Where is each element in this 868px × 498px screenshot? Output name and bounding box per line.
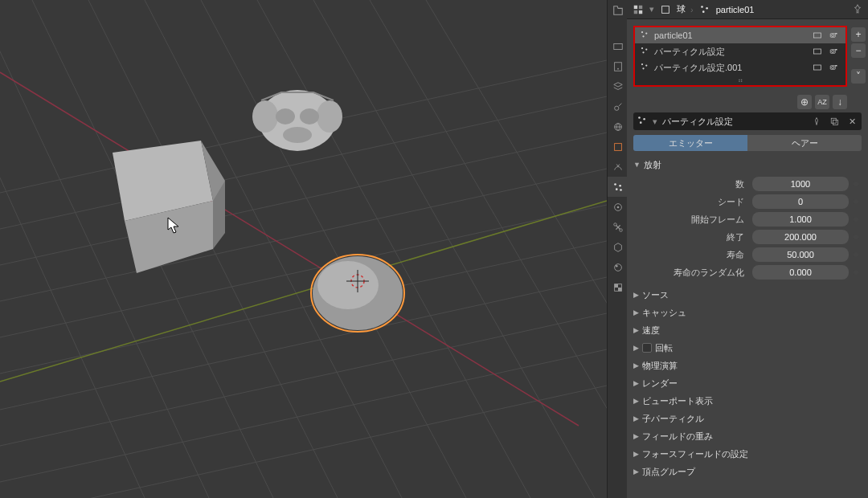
- panel-collapsed[interactable]: ▶レンダー: [627, 374, 868, 392]
- svg-point-27: [252, 100, 278, 133]
- panel-emission[interactable]: ▼ 放射: [627, 156, 868, 173]
- seed-field[interactable]: 0: [752, 194, 849, 209]
- panel-collapsed[interactable]: ▶フィールドの重み: [627, 427, 868, 445]
- mesh-monkey[interactable]: [252, 90, 342, 151]
- list-move-down-button[interactable]: ↓: [833, 95, 847, 109]
- list-specials-button[interactable]: ˅: [851, 69, 866, 84]
- svg-point-64: [702, 10, 705, 13]
- svg-rect-68: [814, 33, 821, 38]
- tab-material-icon[interactable]: [608, 257, 628, 277]
- breadcrumb-particle[interactable]: particle01: [716, 5, 755, 14]
- svg-point-67: [642, 35, 644, 37]
- pin-icon[interactable]: [852, 3, 863, 16]
- tab-hair[interactable]: ヘアー: [747, 135, 862, 151]
- svg-point-47: [620, 189, 622, 191]
- anim-dot[interactable]: [854, 199, 858, 204]
- svg-point-44: [614, 183, 616, 186]
- end-field[interactable]: 200.000: [752, 230, 849, 244]
- breadcrumb-object[interactable]: 球: [677, 3, 686, 15]
- panel-collapsed[interactable]: ▶キャッシュ: [627, 304, 868, 321]
- anim-dot[interactable]: [854, 182, 858, 186]
- panel-collapsed[interactable]: ▶子パーティクル: [627, 410, 868, 427]
- editor-type-icon[interactable]: [632, 3, 645, 16]
- list-sort-button[interactable]: AZ: [815, 95, 829, 109]
- tab-output-icon[interactable]: [608, 56, 628, 76]
- panel-collapsed[interactable]: ▶頂点グループ: [627, 463, 868, 480]
- panel-checkbox[interactable]: [642, 343, 652, 353]
- tab-particles-icon[interactable]: [608, 177, 628, 197]
- display-toggle-icon[interactable]: [810, 28, 825, 43]
- list-remove-button[interactable]: −: [851, 43, 866, 58]
- particle-list-name[interactable]: particle01: [654, 31, 693, 40]
- count-label: 数: [633, 178, 747, 190]
- new-settings-icon[interactable]: [828, 115, 841, 128]
- lifetime-field[interactable]: 50.000: [752, 247, 849, 262]
- fake-user-icon[interactable]: [810, 115, 823, 128]
- tab-modifier-icon[interactable]: [608, 157, 628, 177]
- panel-collapsed[interactable]: ▶回転: [627, 339, 868, 357]
- svg-rect-38: [613, 43, 622, 49]
- 3d-viewport[interactable]: [0, 0, 607, 498]
- svg-point-77: [832, 51, 834, 53]
- anim-dot[interactable]: [854, 270, 858, 275]
- tab-physics-icon[interactable]: [608, 197, 628, 217]
- svg-point-65: [641, 31, 643, 33]
- particle-settings-datablock[interactable]: ▾ パーティクル設定 ✕: [633, 112, 862, 130]
- unlink-icon[interactable]: ✕: [845, 115, 858, 128]
- display-toggle-icon[interactable]: [810, 44, 825, 59]
- anim-dot[interactable]: [854, 217, 858, 222]
- particle-list-item[interactable]: particle01: [635, 27, 845, 43]
- render-toggle-icon[interactable]: [826, 44, 841, 59]
- panel-collapsed[interactable]: ▶ソース: [627, 286, 868, 304]
- tab-scene-icon[interactable]: [608, 96, 628, 116]
- tab-data-icon[interactable]: [608, 237, 628, 257]
- render-toggle-icon[interactable]: [826, 60, 841, 75]
- panel-collapsed[interactable]: ▶ビューポート表示: [627, 392, 868, 410]
- tab-world-icon[interactable]: [608, 116, 628, 137]
- svg-point-79: [641, 63, 643, 65]
- panel-collapsed[interactable]: ▶物理演算: [627, 357, 868, 374]
- object-icon: [659, 3, 672, 16]
- tab-tool-icon[interactable]: [608, 0, 628, 20]
- display-toggle-icon[interactable]: [810, 60, 825, 75]
- disclosure-closed-icon: ▶: [633, 450, 639, 458]
- start-field[interactable]: 1.000: [752, 212, 849, 227]
- list-copy-button[interactable]: ⊕: [797, 95, 812, 109]
- end-label: 終了: [633, 231, 747, 243]
- svg-point-45: [619, 184, 621, 186]
- svg-rect-89: [831, 118, 836, 123]
- tab-render-icon[interactable]: [608, 36, 628, 56]
- mesh-cube[interactable]: [113, 141, 225, 273]
- svg-point-46: [615, 188, 617, 190]
- liferand-field[interactable]: 0.000: [752, 265, 849, 280]
- tab-viewlayer-icon[interactable]: [608, 76, 628, 96]
- liferand-label: 寿命のランダム化: [633, 267, 747, 279]
- anim-dot[interactable]: [854, 252, 858, 257]
- panel-collapsed[interactable]: ▶フォースフィールドの設定: [627, 445, 868, 463]
- svg-point-30: [300, 108, 319, 124]
- tab-texture-icon[interactable]: [608, 277, 628, 297]
- particle-list-item[interactable]: パーティクル設定.001: [635, 59, 845, 76]
- panel-collapsed[interactable]: ▶速度: [627, 321, 868, 339]
- list-add-button[interactable]: +: [851, 27, 866, 42]
- tab-object-icon[interactable]: [608, 137, 628, 157]
- svg-rect-39: [614, 62, 621, 71]
- svg-rect-60: [639, 10, 642, 13]
- svg-line-15: [313, 0, 595, 498]
- particle-list-name[interactable]: パーティクル設定: [654, 46, 725, 58]
- svg-rect-85: [835, 65, 837, 67]
- panel-title: 物理演算: [642, 360, 678, 372]
- particle-list-name[interactable]: パーティクル設定.001: [654, 62, 742, 74]
- settings-name[interactable]: パーティクル設定: [662, 116, 805, 128]
- svg-point-63: [706, 6, 708, 9]
- svg-point-81: [642, 67, 644, 69]
- particle-list-item[interactable]: パーティクル設定: [635, 43, 845, 59]
- svg-line-3: [0, 205, 607, 337]
- count-field[interactable]: 1000: [752, 177, 849, 191]
- mesh-sphere-selected[interactable]: [311, 255, 404, 332]
- svg-point-28: [317, 100, 342, 133]
- tab-emitter[interactable]: エミッター: [633, 135, 747, 151]
- anim-dot[interactable]: [854, 235, 858, 239]
- tab-constraints-icon[interactable]: [608, 217, 628, 237]
- render-toggle-icon[interactable]: [826, 28, 841, 43]
